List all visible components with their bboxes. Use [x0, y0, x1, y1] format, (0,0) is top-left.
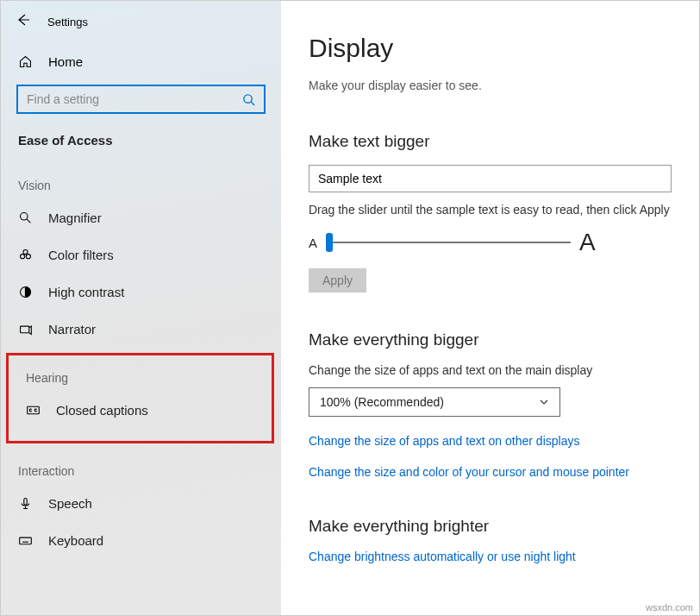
dropdown-value: 100% (Recommended): [320, 395, 444, 409]
sidebar-item-narrator[interactable]: Narrator: [1, 311, 281, 348]
section-interaction: Interaction: [1, 449, 281, 485]
home-icon: [18, 54, 33, 69]
high-contrast-icon: [18, 285, 33, 299]
nav-label: Keyboard: [48, 533, 103, 548]
link-other-displays[interactable]: Change the size of apps and text on othe…: [309, 434, 672, 448]
home-nav[interactable]: Home: [1, 46, 281, 85]
text-size-slider[interactable]: [326, 234, 571, 251]
search-input[interactable]: [27, 92, 242, 106]
sidebar-item-magnifier[interactable]: Magnifier: [1, 199, 281, 236]
nav-label: Magnifier: [48, 211, 102, 225]
back-icon[interactable]: [16, 13, 30, 30]
sidebar-item-color-filters[interactable]: Color filters: [1, 236, 281, 273]
sidebar-item-keyboard[interactable]: Keyboard: [1, 522, 281, 559]
speech-icon: [18, 496, 33, 511]
slider-label-small: A: [309, 236, 317, 250]
home-label: Home: [48, 54, 83, 69]
svg-rect-6: [21, 326, 29, 333]
nav-label: Color filters: [48, 248, 114, 262]
page-title: Display: [309, 34, 672, 63]
sidebar-item-speech[interactable]: Speech: [1, 485, 281, 522]
keyboard-icon: [18, 533, 33, 548]
search-icon: [242, 93, 255, 106]
narrator-icon: [18, 322, 33, 336]
svg-point-2: [23, 250, 28, 255]
search-box[interactable]: [16, 85, 266, 114]
everything-bigger-heading: Make everything bigger: [309, 330, 672, 349]
highlight-box: Hearing Closed captions: [6, 353, 274, 443]
everything-bigger-desc: Change the size of apps and text on the …: [309, 363, 672, 377]
app-title: Settings: [47, 16, 88, 28]
watermark: wsxdn.com: [646, 602, 693, 613]
svg-point-0: [244, 94, 252, 102]
link-cursor-pointer[interactable]: Change the size and color of your cursor…: [309, 465, 672, 479]
svg-rect-9: [20, 537, 32, 544]
link-brightness[interactable]: Change brightness automatically or use n…: [309, 550, 672, 563]
nav-label: High contrast: [48, 285, 124, 299]
group-title: Ease of Access: [1, 133, 281, 163]
slider-hint: Drag the slider until the sample text is…: [309, 203, 672, 217]
text-bigger-heading: Make text bigger: [309, 132, 672, 151]
slider-thumb[interactable]: [326, 233, 333, 252]
svg-point-3: [21, 255, 25, 259]
svg-point-4: [26, 255, 30, 259]
nav-label: Speech: [48, 496, 92, 511]
sidebar-item-closed-captions[interactable]: Closed captions: [9, 392, 272, 429]
page-subtitle: Make your display easier to see.: [309, 79, 672, 92]
brighter-heading: Make everything brighter: [309, 517, 672, 536]
svg-rect-8: [24, 499, 27, 506]
apply-button[interactable]: Apply: [309, 268, 366, 292]
color-filters-icon: [18, 248, 33, 262]
slider-label-big: A: [579, 229, 596, 256]
nav-label: Narrator: [48, 322, 96, 336]
svg-point-1: [21, 213, 28, 221]
scale-dropdown[interactable]: 100% (Recommended): [309, 387, 560, 417]
magnifier-icon: [18, 211, 33, 225]
sidebar-item-high-contrast[interactable]: High contrast: [1, 273, 281, 311]
section-vision: Vision: [1, 163, 281, 199]
sample-text-input[interactable]: [309, 165, 672, 192]
chevron-down-icon: [539, 397, 549, 407]
section-hearing: Hearing: [9, 364, 272, 392]
nav-label: Closed captions: [56, 403, 148, 418]
closed-captions-icon: [26, 403, 41, 418]
